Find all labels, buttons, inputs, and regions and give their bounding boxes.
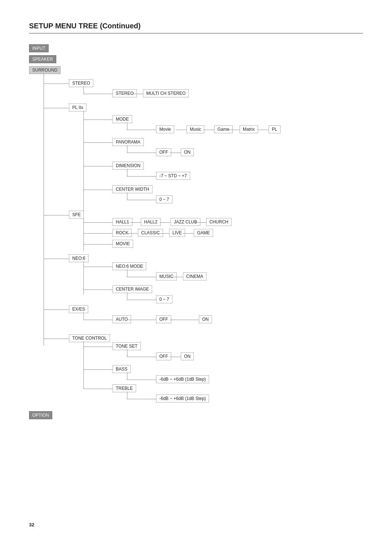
center-width-node: CENTER WIDTH	[113, 185, 152, 193]
rock-node: ROCK	[113, 229, 132, 237]
matrix-node: Matrix	[240, 125, 258, 133]
on3-node: ON	[181, 352, 194, 360]
dim-range-node: -7 ~ STD ~ +7	[156, 172, 190, 180]
ci-range-node: 0 ~ 7	[156, 295, 172, 303]
bass-node: BASS	[113, 365, 131, 373]
movie-node: Movie	[156, 125, 174, 133]
exes-node: EX/ES	[69, 305, 88, 313]
on1-node: ON	[181, 148, 194, 156]
page-number: 32	[29, 522, 34, 527]
pl-node: PL	[269, 125, 281, 133]
movie2-node: MOVIE	[113, 240, 133, 248]
game-node: Game	[214, 125, 233, 133]
mode-node: MODE	[113, 115, 132, 123]
bass-range-node: -6dB ~ +6dB (1dB Step)	[156, 375, 209, 383]
page-title: SETUP MENU TREE (Continued)	[29, 22, 363, 33]
game2-node: GAME	[194, 229, 213, 237]
dimension-node: DIMENSION	[113, 162, 144, 170]
off2-node: OFF	[156, 315, 171, 323]
neo6-mode-node: NEO:6 MODE	[113, 262, 146, 270]
hall1-node: HALL1	[113, 218, 132, 226]
off1-node: OFF	[156, 148, 171, 156]
surround-node: SURROUND	[29, 66, 61, 74]
auto-node: AUTO	[113, 315, 131, 323]
option-node: OPTION	[29, 411, 52, 419]
music-node: Music	[187, 125, 204, 133]
church-node: CHURCH	[206, 218, 232, 226]
off3-node: OFF	[156, 352, 171, 360]
neo6-node: NEO:6	[69, 254, 89, 262]
cw-range-node: 0 ~ 7	[156, 195, 172, 203]
music2-node: MUSIC	[156, 272, 177, 280]
live-node: LIVE	[169, 229, 185, 237]
center-image-node: CENTER IMAGE	[113, 285, 152, 293]
classic-node: CLASSIC	[138, 229, 163, 237]
cinema-node: CINEMA	[183, 272, 207, 280]
on2-node: ON	[199, 315, 212, 323]
jazz-club-node: JAZZ CLUB	[171, 218, 200, 226]
speaker-node: SPEAKER	[29, 55, 56, 63]
treble-node: TREBLE	[113, 384, 136, 392]
tone-set-node: TONE SET	[113, 342, 141, 350]
stereo-opt1-node: STEREO	[113, 89, 137, 97]
panorama-node: PANORAMA	[113, 138, 144, 146]
stereo-node: STEREO	[69, 79, 93, 87]
pl-iix-node: PL IIx	[69, 104, 86, 112]
input-node: INPUT	[29, 44, 49, 52]
stereo-opt2-node: MULTI CH STEREO	[143, 89, 189, 97]
sfe-node: SFE	[69, 211, 84, 219]
treble-range-node: -6dB ~ +6dB (1dB Step)	[156, 395, 209, 403]
hall2-node: HALL2	[141, 218, 161, 226]
tone-control-node: TONE CONTROL	[69, 334, 110, 342]
